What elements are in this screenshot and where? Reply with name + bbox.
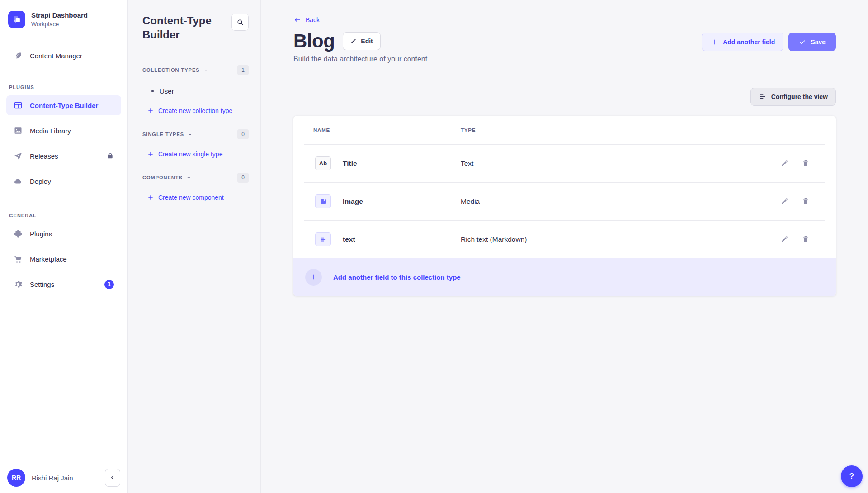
create-link-label: Create new single type xyxy=(158,150,222,158)
configure-view-label: Configure the view xyxy=(771,93,828,100)
collection-type-label: User xyxy=(160,87,174,95)
workspace-brand[interactable]: Strapi Dashboard Workplace xyxy=(0,0,127,38)
create-collection-type-link[interactable]: Create new collection type xyxy=(142,105,249,116)
collection-types-header[interactable]: COLLECTION TYPES 1 xyxy=(142,65,249,75)
picture-icon xyxy=(14,126,23,135)
plus-icon xyxy=(147,194,154,201)
lock-icon xyxy=(107,152,114,160)
media-field-icon xyxy=(315,194,331,208)
pencil-icon xyxy=(350,38,357,44)
create-single-type-link[interactable]: Create new single type xyxy=(142,149,249,160)
help-button[interactable]: ? xyxy=(841,465,863,487)
field-name: Title xyxy=(343,160,357,168)
avatar[interactable]: RR xyxy=(7,469,25,487)
plus-icon xyxy=(710,38,718,46)
richtext-field-icon xyxy=(315,232,331,246)
create-link-label: Create new collection type xyxy=(158,107,232,114)
configure-view-button[interactable]: Configure the view xyxy=(750,88,836,106)
delete-field-button[interactable] xyxy=(802,197,811,206)
main-sidebar: Strapi Dashboard Workplace Content Manag… xyxy=(0,0,128,493)
sidebar-item-label: Settings xyxy=(30,281,54,288)
table-row: Ab Title Text xyxy=(293,145,836,182)
table-header: NAME TYPE xyxy=(293,116,836,144)
delete-field-button[interactable] xyxy=(802,235,811,244)
question-mark-label: ? xyxy=(849,472,854,481)
sidebar-item-label: Deploy xyxy=(30,178,51,185)
field-type: Media xyxy=(461,197,781,206)
sidebar-item-media-library[interactable]: Media Library xyxy=(6,121,121,141)
chevron-left-icon xyxy=(109,474,116,481)
back-link[interactable]: Back xyxy=(293,16,320,24)
trash-icon xyxy=(802,235,810,244)
field-type: Rich text (Markdown) xyxy=(461,235,781,244)
table-row: Image Media xyxy=(293,183,836,220)
edit-field-button[interactable] xyxy=(781,159,790,168)
chevron-down-icon xyxy=(203,68,208,73)
fields-table-card: NAME TYPE Ab Title Text xyxy=(293,116,836,296)
list-lines-icon xyxy=(759,93,767,101)
cart-icon xyxy=(14,254,23,263)
workspace-subtitle: Workplace xyxy=(31,21,88,28)
field-type: Text xyxy=(461,160,781,168)
sidebar-section-general: GENERAL xyxy=(9,213,119,218)
column-header-type: TYPE xyxy=(461,127,825,133)
components-header[interactable]: COMPONENTS 0 xyxy=(142,172,249,183)
field-name: Image xyxy=(343,197,363,206)
sidebar-item-settings[interactable]: Settings 1 xyxy=(6,274,121,294)
field-name: text xyxy=(343,235,355,244)
sidebar-item-releases[interactable]: Releases xyxy=(6,146,121,166)
edit-button[interactable]: Edit xyxy=(343,32,380,50)
user-name: Rishi Raj Jain xyxy=(32,474,73,482)
search-icon xyxy=(236,19,244,26)
plus-icon xyxy=(147,107,154,114)
workspace-title: Strapi Dashboard xyxy=(31,11,88,20)
collection-type-item-user[interactable]: User xyxy=(142,85,249,96)
single-types-header[interactable]: SINGLE TYPES 0 xyxy=(142,129,249,140)
trash-icon xyxy=(802,159,810,168)
edit-field-button[interactable] xyxy=(781,197,790,206)
gear-icon xyxy=(14,280,23,289)
back-label: Back xyxy=(306,16,320,23)
sidebar-item-label: Content Manager xyxy=(30,52,82,60)
search-button[interactable] xyxy=(231,14,249,31)
sidebar-item-deploy[interactable]: Deploy xyxy=(6,171,121,191)
save-label: Save xyxy=(811,38,826,46)
add-another-field-button[interactable]: Add another field xyxy=(702,33,783,51)
collapse-sidebar-button[interactable] xyxy=(105,469,120,487)
group-label: SINGLE TYPES xyxy=(142,131,184,137)
sidebar-item-label: Plugins xyxy=(30,230,52,238)
save-button[interactable]: Save xyxy=(788,33,836,51)
page-subtitle: Build the data architecture of your cont… xyxy=(293,55,836,63)
sidebar-item-plugins[interactable]: Plugins xyxy=(6,224,121,244)
table-row: text Rich text (Markdown) xyxy=(293,221,836,258)
chevron-down-icon xyxy=(186,175,191,180)
add-field-to-collection-label: Add another field to this collection typ… xyxy=(333,273,461,281)
add-another-field-label: Add another field xyxy=(723,38,775,46)
edit-label: Edit xyxy=(361,38,373,45)
sidebar-item-marketplace[interactable]: Marketplace xyxy=(6,249,121,269)
delete-field-button[interactable] xyxy=(802,159,811,168)
sidebar-item-content-manager[interactable]: Content Manager xyxy=(6,46,121,66)
sidebar-section-plugins: PLUGINS xyxy=(9,85,119,90)
divider xyxy=(142,52,153,52)
create-component-link[interactable]: Create new component xyxy=(142,192,249,203)
strapi-logo-icon xyxy=(8,11,25,28)
sidebar-nav: Content Manager PLUGINS Content-Type Bui… xyxy=(0,38,127,462)
content-type-builder-subnav: Content-Type Builder COLLECTION TYPES 1 … xyxy=(128,0,261,493)
edit-field-button[interactable] xyxy=(781,235,790,244)
main-content: Back Blog Edit Build the data architectu… xyxy=(261,0,868,493)
strapi-dashboard-app: Strapi Dashboard Workplace Content Manag… xyxy=(0,0,868,493)
sidebar-item-content-type-builder[interactable]: Content-Type Builder xyxy=(6,95,121,115)
trash-icon xyxy=(802,197,810,206)
group-count-badge: 0 xyxy=(237,173,249,183)
sidebar-item-label: Marketplace xyxy=(30,255,67,263)
pencil-icon xyxy=(781,235,789,244)
create-link-label: Create new component xyxy=(158,194,224,201)
arrow-left-icon xyxy=(293,16,302,24)
add-field-to-collection-button[interactable]: Add another field to this collection typ… xyxy=(293,258,836,296)
sidebar-item-label: Releases xyxy=(30,152,58,160)
group-label: COLLECTION TYPES xyxy=(142,67,200,73)
puzzle-icon xyxy=(14,229,23,238)
plus-icon xyxy=(147,150,154,158)
settings-notification-badge: 1 xyxy=(104,280,114,289)
